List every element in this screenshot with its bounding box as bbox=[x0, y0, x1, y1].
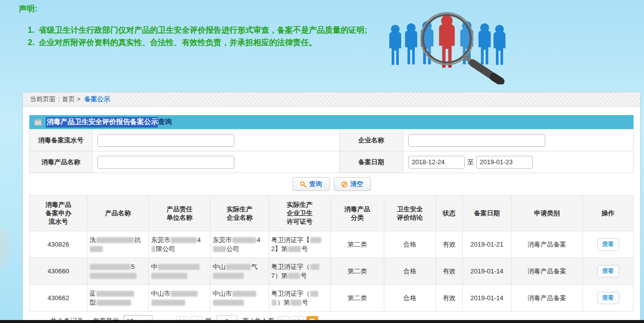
redacted-text bbox=[288, 273, 300, 279]
cell-category: 第二类 bbox=[331, 258, 384, 285]
section-title-rest: 查询 bbox=[158, 118, 172, 127]
cell-manufacturer: 东莞市4公司 bbox=[211, 231, 269, 258]
cell-product-name: 5 bbox=[87, 258, 149, 285]
cell-evaluation-conclusion: 合格 bbox=[384, 231, 436, 258]
view-button[interactable]: 查看 bbox=[597, 292, 619, 304]
cell-responsible-unit: 中 bbox=[149, 258, 211, 285]
redacted-text bbox=[90, 264, 131, 270]
list-icon bbox=[34, 119, 42, 126]
product-input[interactable] bbox=[97, 156, 234, 169]
serial-label: 消毒备案流水号 bbox=[30, 129, 92, 151]
declaration-item: 1. 省级卫生计生行政部门仅对产品的卫生安全评价报告进行形式审查，备案不是产品质… bbox=[19, 24, 381, 36]
table-header-cell: 产品名称 bbox=[87, 195, 149, 231]
cell-category: 第二类 bbox=[331, 285, 384, 312]
cell-status: 有效 bbox=[436, 285, 463, 312]
redacted-text bbox=[272, 300, 277, 306]
table-header-cell: 备案日期 bbox=[463, 195, 511, 231]
declaration-item: 2. 企业对所附评价资料的真实性、合法性、有效性负责，并承担相应的法律责任。 bbox=[19, 37, 381, 48]
cell-license-number: 粤卫消证字（）第号 bbox=[269, 285, 331, 312]
redacted-text bbox=[171, 291, 198, 297]
results-table: 消毒产品 备案申办 流水号产品名称产品责任 单位名称实际生产 企业名称实际生产 … bbox=[29, 195, 634, 312]
people-magnifier-graphic bbox=[387, 5, 511, 84]
cell-serial-number: 430660 bbox=[30, 258, 87, 285]
table-row: 430662蓝型中山市中山市粤卫消证字（）第号第二类合格有效2019-01-14… bbox=[30, 285, 634, 312]
date-to-input[interactable] bbox=[476, 156, 533, 169]
redacted-text bbox=[151, 246, 155, 252]
circle-slash-icon bbox=[341, 181, 348, 188]
breadcrumb-current-link[interactable]: 备案公示 bbox=[84, 95, 110, 103]
redacted-text bbox=[151, 273, 187, 279]
cell-status: 有效 bbox=[436, 231, 463, 258]
cell-license-number: 粤卫消证字（7）第号 bbox=[269, 258, 331, 285]
form-buttons: 查询 清空 bbox=[29, 173, 634, 195]
table-header-cell: 消毒产品 备案申办 流水号 bbox=[30, 195, 87, 231]
table-header-cell: 消毒产品 分类 bbox=[331, 195, 384, 231]
declaration-title: 声明: bbox=[19, 4, 381, 14]
redacted-text bbox=[151, 300, 185, 306]
redacted-text bbox=[232, 237, 256, 243]
cell-license-number: 粤卫消证字【2】第号 bbox=[269, 231, 331, 258]
section-header: 消毒产品卫生安全评价报告备案公示 查询 bbox=[29, 115, 634, 129]
redacted-text bbox=[232, 291, 256, 297]
cell-filing-date: 2019-01-14 bbox=[463, 258, 511, 285]
redacted-text bbox=[96, 300, 131, 306]
cell-filing-date: 2019-01-14 bbox=[463, 285, 511, 312]
search-button[interactable]: 查询 bbox=[292, 177, 330, 191]
cell-application-type: 消毒产品备案 bbox=[511, 231, 583, 258]
redacted-text bbox=[310, 264, 319, 270]
declaration: 声明: 1. 省级卫生计生行政部门仅对产品的卫生安全评价报告进行形式审查，备案不… bbox=[19, 4, 381, 49]
view-button[interactable]: 查看 bbox=[597, 265, 619, 277]
table-header-cell: 申请类别 bbox=[511, 195, 583, 231]
table-header-cell: 实际生产 企业名称 bbox=[211, 195, 269, 231]
breadcrumb-prefix: 当前页面：首页 > bbox=[30, 95, 80, 103]
cell-action: 查看 bbox=[583, 285, 634, 312]
view-button[interactable]: 查看 bbox=[597, 238, 619, 251]
cell-application-type: 消毒产品备案 bbox=[511, 258, 583, 285]
cell-serial-number: 430826 bbox=[30, 231, 87, 258]
cell-status: 有效 bbox=[436, 258, 463, 285]
redacted-text bbox=[213, 273, 244, 279]
redacted-text bbox=[90, 246, 103, 252]
cell-manufacturer: 中山气 bbox=[211, 258, 269, 285]
redacted-text bbox=[96, 237, 134, 243]
table-header-cell: 实际生产 企业卫生 许可证号 bbox=[269, 195, 331, 231]
cell-manufacturer: 中山市 bbox=[211, 285, 269, 312]
section-title-highlighted: 消毒产品卫生安全评价报告备案公示 bbox=[46, 117, 158, 128]
product-label: 消毒产品名称 bbox=[30, 151, 92, 173]
redacted-text bbox=[158, 264, 200, 270]
cell-responsible-unit: 中山市 bbox=[149, 285, 211, 312]
cell-responsible-unit: 东莞市4限公司 bbox=[149, 231, 211, 258]
cell-filing-date: 2019-01-21 bbox=[463, 231, 511, 258]
cell-action: 查看 bbox=[583, 231, 634, 258]
table-row: 4306605中中山气粤卫消证字（7）第号第二类合格有效2019-01-14消毒… bbox=[30, 258, 634, 285]
table-header-cell: 状态 bbox=[436, 195, 463, 231]
redacted-text bbox=[171, 237, 197, 243]
redacted-text bbox=[96, 291, 134, 297]
magnifier-icon bbox=[300, 181, 306, 188]
clear-button[interactable]: 清空 bbox=[334, 177, 371, 191]
redacted-text bbox=[288, 246, 301, 252]
cell-product-name: 洗抗 bbox=[87, 231, 149, 258]
cell-evaluation-conclusion: 合格 bbox=[384, 258, 436, 285]
cell-application-type: 消毒产品备案 bbox=[511, 285, 583, 312]
date-from-input[interactable] bbox=[408, 156, 465, 169]
redacted-text bbox=[310, 291, 318, 297]
table-header-cell: 产品责任 单位名称 bbox=[149, 195, 211, 231]
table-header-cell: 操作 bbox=[583, 195, 634, 231]
cell-action: 查看 bbox=[583, 258, 634, 285]
cell-product-name: 蓝型 bbox=[87, 285, 149, 312]
company-input[interactable] bbox=[408, 134, 545, 147]
cell-evaluation-conclusion: 合格 bbox=[384, 285, 436, 312]
table-header-cell: 卫生安全 评价结论 bbox=[384, 195, 436, 231]
serial-input[interactable] bbox=[97, 134, 234, 147]
cell-serial-number: 430662 bbox=[30, 285, 87, 312]
redacted-text bbox=[290, 300, 301, 306]
redacted-text bbox=[213, 246, 226, 252]
table-header-row: 消毒产品 备案申办 流水号产品名称产品责任 单位名称实际生产 企业名称实际生产 … bbox=[30, 195, 634, 231]
redacted-text bbox=[90, 273, 137, 279]
side-widget-stub[interactable] bbox=[0, 227, 9, 268]
redacted-text bbox=[226, 264, 251, 270]
date-label: 备案日期 bbox=[340, 151, 403, 173]
company-label: 企业名称 bbox=[340, 129, 403, 151]
redacted-text bbox=[213, 300, 244, 306]
